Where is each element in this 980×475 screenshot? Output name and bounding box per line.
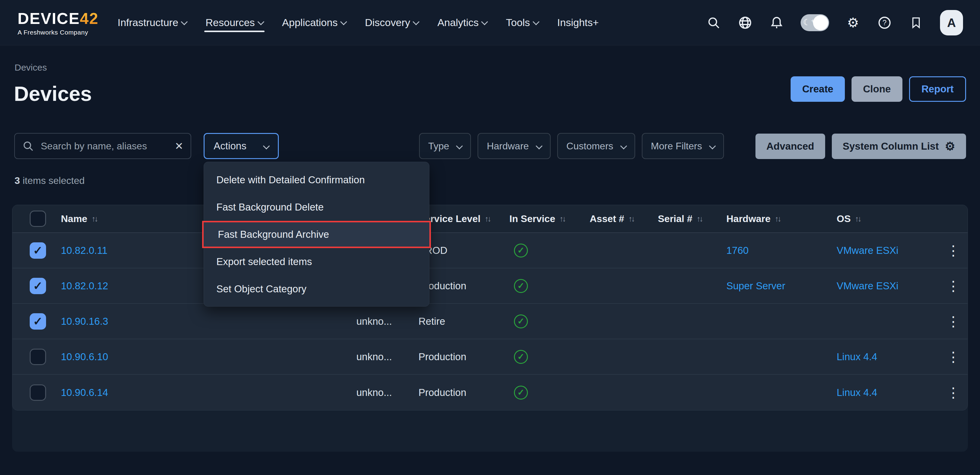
search-icon[interactable] [706,15,721,30]
device-name-link[interactable]: 10.90.6.14 [49,387,353,398]
bookmark-icon[interactable] [908,15,924,30]
svg-text:?: ? [883,19,886,27]
chevron-down-icon [263,143,270,149]
table-row-10.90.6.10: 10.90.6.10unkno...Production✓Linux 4.4⋮ [13,339,967,375]
nav-item-analytics[interactable]: Analytics [434,8,490,38]
in-service-check-icon: ✓ [514,279,528,293]
search-box[interactable]: ✕ [14,133,191,159]
devices-table: Name↑↓Service Level↑↓In Service↑↓Asset #… [12,205,968,410]
table-header-row: Name↑↓Service Level↑↓In Service↑↓Asset #… [13,205,967,233]
in-service-cell: ✓ [503,243,584,257]
sort-icon[interactable]: ↑↓ [697,214,702,224]
in-service-check-icon: ✓ [514,243,528,257]
nav-item-insights-[interactable]: Insights+ [554,8,602,38]
row-menu-kebab-icon[interactable]: ⋮ [939,386,967,400]
column-header-os[interactable]: OS↑↓ [830,213,939,224]
nav-item-label: Tools [506,17,530,29]
chevron-down-icon [481,18,488,25]
sort-icon[interactable]: ↑↓ [559,214,565,224]
hardware-link[interactable]: 1760 [720,245,830,256]
sort-icon[interactable]: ↑↓ [628,214,634,224]
column-header-asset[interactable]: Asset #↑↓ [584,213,652,224]
row-checkbox[interactable]: ✓ [30,313,46,330]
filter-label: Type [428,141,449,152]
filter-type[interactable]: Type [419,133,471,159]
nav-item-resources[interactable]: Resources [202,8,266,38]
in-service-cell: ✓ [503,279,584,293]
row-checkbox[interactable]: ✓ [30,278,46,294]
unknown-cell: unkno... [353,387,415,398]
filter-customers[interactable]: Customers [557,133,635,159]
search-input[interactable] [41,141,168,152]
sort-icon[interactable]: ↑↓ [485,214,490,224]
navbar-right-icons: ☾⁺ ⚙ ? A [706,0,963,45]
advanced-button[interactable]: Advanced [756,133,825,159]
help-icon[interactable]: ? [877,15,892,30]
notifications-bell-icon[interactable] [769,15,784,30]
device-name-link[interactable]: 10.90.6.10 [49,351,353,362]
column-header-serial[interactable]: Serial #↑↓ [652,213,720,224]
chevron-down-icon [181,18,188,25]
filter-more-filters[interactable]: More Filters [642,133,724,159]
filter-label: Hardware [487,141,529,152]
menu-item-fast-background-delete[interactable]: Fast Background Delete [204,194,429,221]
row-checkbox[interactable]: ✓ [30,242,46,259]
row-checkbox[interactable] [30,384,46,401]
menu-item-delete-with-detailed-confirmation[interactable]: Delete with Detailed Confirmation [204,166,429,194]
create-button[interactable]: Create [791,76,845,102]
sort-icon[interactable]: ↑↓ [855,214,860,224]
actions-dropdown-button[interactable]: Actions [204,133,279,159]
device42-logo[interactable]: DEVICE42 A Freshworks Company [18,10,108,36]
nav-item-applications[interactable]: Applications [279,8,349,38]
system-column-list-button[interactable]: System Column List ⚙ [832,133,966,159]
actions-dropdown-menu: Delete with Detailed ConfirmationFast Ba… [204,162,430,307]
filter-label: Customers [566,141,613,152]
menu-item-set-object-category[interactable]: Set Object Category [204,275,429,303]
os-link[interactable]: VMware ESXi [830,280,939,292]
clear-search-icon[interactable]: ✕ [175,140,184,152]
chevron-down-icon [456,143,463,149]
row-menu-kebab-icon[interactable]: ⋮ [939,243,967,257]
breadcrumb[interactable]: Devices [14,62,47,73]
column-label: Serial # [658,213,692,224]
row-menu-kebab-icon[interactable]: ⋮ [939,315,967,328]
os-link[interactable]: Linux 4.4 [830,387,939,398]
report-button[interactable]: Report [909,76,966,102]
filter-label: More Filters [651,141,702,152]
logo-number: 42 [80,10,99,27]
nav-item-label: Applications [282,17,337,29]
os-link[interactable]: VMware ESXi [830,245,939,256]
table-row-10.90.16.3: ✓10.90.16.3unkno...Retire✓⋮ [13,304,967,339]
toggle-knob [813,15,828,30]
row-checkbox[interactable] [30,349,46,365]
menu-item-fast-background-archive[interactable]: Fast Background Archive [202,221,431,248]
globe-icon[interactable] [738,15,753,30]
nav-item-label: Discovery [365,17,410,29]
column-label: Hardware [726,213,771,224]
column-label: Asset # [590,213,624,224]
menu-item-export-selected-items[interactable]: Export selected items [204,248,429,275]
select-all-checkbox[interactable] [30,211,46,227]
unknown-cell: unkno... [353,316,415,327]
clone-button[interactable]: Clone [851,76,902,102]
hardware-link[interactable]: Super Server [720,280,830,292]
settings-gear-icon[interactable]: ⚙ [845,15,861,30]
actions-label: Actions [214,140,247,152]
nav-item-infrastructure[interactable]: Infrastructure [115,8,190,38]
row-menu-kebab-icon[interactable]: ⋮ [939,350,967,364]
devices-table-card: Name↑↓Service Level↑↓In Service↑↓Asset #… [12,205,968,452]
theme-toggle[interactable]: ☾⁺ [800,14,829,31]
nav-item-discovery[interactable]: Discovery [362,8,422,38]
user-avatar[interactable]: A [940,10,963,35]
nav-item-tools[interactable]: Tools [503,8,541,38]
service-level-cell: Production [415,351,503,362]
filter-hardware[interactable]: Hardware [477,133,550,159]
os-link[interactable]: Linux 4.4 [830,351,939,362]
device-name-link[interactable]: 10.90.16.3 [49,316,353,327]
sort-icon[interactable]: ↑↓ [775,214,780,224]
column-header-hardware[interactable]: Hardware↑↓ [720,213,830,224]
column-header-in_service[interactable]: In Service↑↓ [503,213,584,224]
column-label: In Service [509,213,555,224]
sort-icon[interactable]: ↑↓ [92,214,97,224]
row-menu-kebab-icon[interactable]: ⋮ [939,279,967,293]
